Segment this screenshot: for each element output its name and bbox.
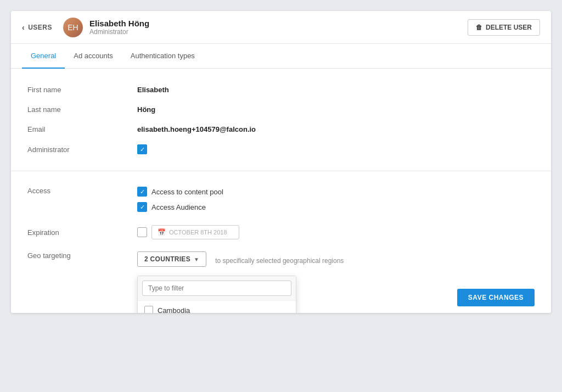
geo-targeting-row: Geo targeting 2 COUNTRIES ▼ xyxy=(27,245,535,273)
country-name: Cambodia xyxy=(158,306,190,313)
email-row: Email elisabeth.hoeng+104579@falcon.io xyxy=(27,119,535,139)
admin-label: Administrator xyxy=(27,145,137,154)
user-details-section: First name Elisabeth Last name Höng Emai… xyxy=(11,69,551,171)
countries-dropdown: Cambodia Cameroon ✓ Canada xyxy=(137,276,296,313)
user-info: Elisabeth Höng Administrator xyxy=(89,19,468,36)
countries-dropdown-button[interactable]: 2 COUNTRIES ▼ xyxy=(137,251,206,267)
last-name-label: Last name xyxy=(27,105,137,114)
chevron-left-icon: ‹ xyxy=(22,23,25,32)
email-label: Email xyxy=(27,125,137,133)
tab-bar: General Ad accounts Authentication types xyxy=(11,44,551,69)
back-label: USERS xyxy=(28,24,52,31)
expiration-checkbox[interactable] xyxy=(137,227,147,237)
main-panel: ‹ USERS EH Elisabeth Höng Administrator … xyxy=(11,11,551,313)
tab-ad-accounts[interactable]: Ad accounts xyxy=(65,44,122,69)
audience-label: Access Audience xyxy=(151,203,206,211)
access-audience: ✓ Access Audience xyxy=(137,202,223,212)
avatar: EH xyxy=(63,18,83,37)
user-role: Administrator xyxy=(89,28,468,36)
admin-row: Administrator ✓ xyxy=(27,139,535,160)
access-label: Access xyxy=(27,187,137,195)
audience-checkbox[interactable]: ✓ xyxy=(137,202,147,212)
access-content-pool: ✓ Access to content pool xyxy=(137,187,223,197)
last-name-value: Höng xyxy=(137,105,155,114)
tab-authentication-types[interactable]: Authentication types xyxy=(122,44,204,69)
expiration-date-value: OCTOBER 8TH 2018 xyxy=(169,229,227,236)
admin-checkbox[interactable]: ✓ xyxy=(137,144,147,154)
country-list: Cambodia Cameroon ✓ Canada xyxy=(138,301,296,313)
list-item[interactable]: Cambodia xyxy=(138,301,296,313)
save-changes-button[interactable]: SAVE CHANGES xyxy=(457,289,535,306)
first-name-label: First name xyxy=(27,86,137,94)
delete-user-button[interactable]: 🗑 DELETE USER xyxy=(468,19,540,36)
content-pool-label: Access to content pool xyxy=(151,188,223,196)
expiration-date-input[interactable]: 📅 OCTOBER 8TH 2018 xyxy=(151,225,239,239)
country-filter-input[interactable] xyxy=(142,281,291,296)
access-row: Access ✓ Access to content pool ✓ Access… xyxy=(27,182,535,216)
calendar-icon: 📅 xyxy=(158,228,166,236)
chevron-down-icon: ▼ xyxy=(194,256,199,262)
expiration-label: Expiration xyxy=(27,228,137,237)
expiration-row: Expiration 📅 OCTOBER 8TH 2018 xyxy=(27,220,535,245)
user-name: Elisabeth Höng xyxy=(89,19,468,28)
tab-content: First name Elisabeth Last name Höng Emai… xyxy=(11,69,551,313)
trash-icon: 🗑 xyxy=(476,24,482,31)
filter-wrapper xyxy=(138,276,296,301)
back-link[interactable]: ‹ USERS xyxy=(22,23,52,32)
countries-count-label: 2 COUNTRIES xyxy=(144,255,190,263)
delete-btn-label: DELETE USER xyxy=(486,24,532,31)
last-name-row: Last name Höng xyxy=(27,99,535,119)
first-name-row: First name Elisabeth xyxy=(27,80,535,99)
geo-hint: to specifically selected geographical re… xyxy=(215,257,344,265)
header: ‹ USERS EH Elisabeth Höng Administrator … xyxy=(11,11,551,44)
geo-targeting-label: Geo targeting xyxy=(27,251,137,260)
avatar-image: EH xyxy=(63,18,83,37)
tab-general[interactable]: General xyxy=(22,44,65,69)
email-value: elisabeth.hoeng+104579@falcon.io xyxy=(137,125,256,133)
permissions-section: Access ✓ Access to content pool ✓ Access… xyxy=(11,171,551,282)
checkbox-cambodia[interactable] xyxy=(144,306,153,313)
access-checks: ✓ Access to content pool ✓ Access Audien… xyxy=(137,187,223,212)
first-name-value: Elisabeth xyxy=(137,86,169,94)
geo-targeting-control: 2 COUNTRIES ▼ Cambodia xyxy=(137,251,206,267)
content-pool-checkbox[interactable]: ✓ xyxy=(137,187,147,197)
